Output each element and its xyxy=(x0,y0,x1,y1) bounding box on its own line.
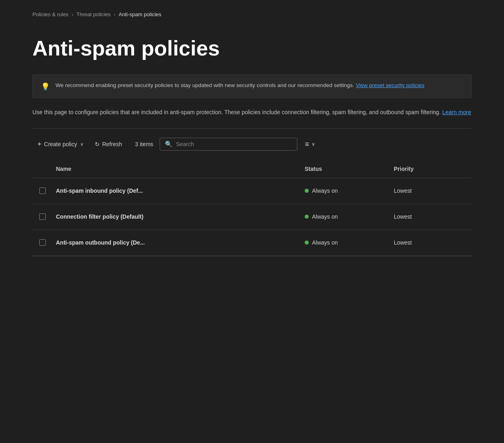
learn-more-link[interactable]: Learn more xyxy=(442,109,471,115)
banner-text: We recommend enabling preset security po… xyxy=(56,81,424,89)
banner-message: We recommend enabling preset security po… xyxy=(56,82,354,88)
policy-table: Name Status Priority Anti-spam inbound p… xyxy=(32,160,472,256)
info-banner: 💡 We recommend enabling preset security … xyxy=(32,75,472,98)
create-policy-button[interactable]: + Create policy ∨ xyxy=(32,137,88,152)
row-3-priority: Lowest xyxy=(391,238,472,247)
search-input[interactable] xyxy=(176,141,292,147)
page-container: Policies & rules › Threat policies › Ant… xyxy=(0,0,504,281)
filter-chevron-icon: ∨ xyxy=(312,141,315,147)
row-2-priority: Lowest xyxy=(391,212,472,222)
filter-icon: ≡ xyxy=(305,140,309,149)
description-text: Use this page to configure policies that… xyxy=(32,109,441,115)
row-3-status: Always on xyxy=(301,238,391,247)
row-2-status-label: Always on xyxy=(312,213,338,220)
table-row: Connection filter policy (Default) Alway… xyxy=(32,204,472,230)
breadcrumb: Policies & rules › Threat policies › Ant… xyxy=(32,11,472,17)
row-3-checkbox-cell xyxy=(32,239,53,246)
row-1-checkbox[interactable] xyxy=(39,187,46,194)
table-bottom-divider xyxy=(32,256,472,256)
search-icon: 🔍 xyxy=(165,141,173,148)
toolbar-divider xyxy=(32,128,472,129)
header-name: Name xyxy=(53,164,301,174)
row-2-checkbox-cell xyxy=(32,213,53,220)
bulb-icon: 💡 xyxy=(41,82,50,91)
refresh-button[interactable]: ↻ Refresh xyxy=(90,138,127,151)
breadcrumb-chevron-2: › xyxy=(114,12,115,17)
refresh-label: Refresh xyxy=(102,141,122,147)
row-1-status-dot xyxy=(305,189,309,193)
header-priority: Priority xyxy=(391,164,472,174)
create-policy-chevron-icon: ∨ xyxy=(80,142,83,147)
row-3-name[interactable]: Anti-spam outbound policy (De... xyxy=(53,238,301,247)
row-3-status-dot xyxy=(305,241,309,245)
filter-button[interactable]: ≡ ∨ xyxy=(301,137,319,152)
table-header: Name Status Priority xyxy=(32,160,472,178)
row-2-status: Always on xyxy=(301,212,391,222)
row-2-status-dot xyxy=(305,215,309,219)
table-row: Anti-spam outbound policy (De... Always … xyxy=(32,230,472,256)
create-policy-label: Create policy xyxy=(44,141,77,147)
row-3-checkbox[interactable] xyxy=(39,239,46,246)
header-status: Status xyxy=(301,164,391,174)
refresh-icon: ↻ xyxy=(95,141,100,147)
breadcrumb-chevron-1: › xyxy=(72,12,73,17)
page-title: Anti-spam policies xyxy=(32,37,472,60)
breadcrumb-policies-rules[interactable]: Policies & rules xyxy=(32,11,68,17)
breadcrumb-current: Anti-spam policies xyxy=(119,11,162,17)
row-1-status-label: Always on xyxy=(312,187,338,194)
search-box[interactable]: 🔍 xyxy=(160,138,297,151)
row-2-name[interactable]: Connection filter policy (Default) xyxy=(53,212,301,222)
row-1-status: Always on xyxy=(301,186,391,196)
header-checkbox-col xyxy=(32,164,53,174)
row-3-status-label: Always on xyxy=(312,239,338,246)
plus-icon: + xyxy=(37,140,42,149)
row-1-name[interactable]: Anti-spam inbound policy (Def... xyxy=(53,186,301,196)
items-count: 3 items xyxy=(135,141,153,147)
row-2-checkbox[interactable] xyxy=(39,213,46,220)
page-description: Use this page to configure policies that… xyxy=(32,108,472,117)
row-1-priority: Lowest xyxy=(391,186,472,196)
row-1-checkbox-cell xyxy=(32,187,53,194)
toolbar: + Create policy ∨ ↻ Refresh 3 items 🔍 ≡ … xyxy=(32,137,472,152)
view-preset-security-link[interactable]: View preset security policies xyxy=(356,82,424,88)
table-row: Anti-spam inbound policy (Def... Always … xyxy=(32,178,472,204)
breadcrumb-threat-policies[interactable]: Threat policies xyxy=(77,11,111,17)
